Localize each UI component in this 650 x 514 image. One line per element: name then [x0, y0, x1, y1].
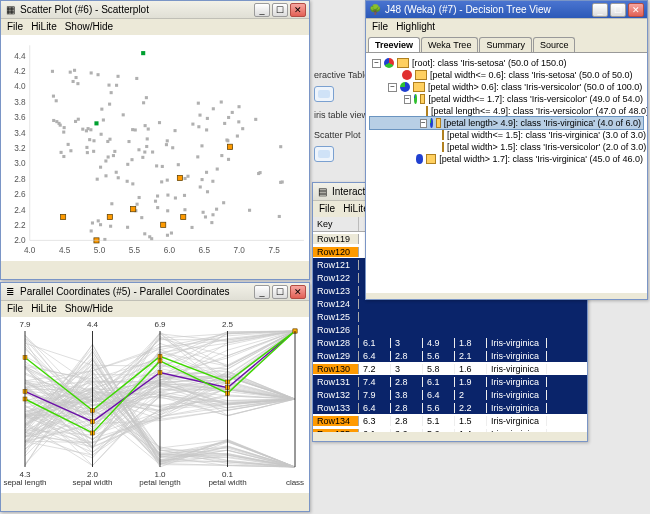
- bar-icon: [415, 70, 427, 80]
- pie-icon: [414, 94, 417, 104]
- svg-rect-116: [236, 134, 239, 137]
- scatter-plot-area[interactable]: 4.04.55.05.56.06.57.07.5 2.02.22.42.62.8…: [1, 35, 309, 261]
- svg-text:4.0: 4.0: [24, 246, 36, 255]
- tree-node[interactable]: [petal width> 1.5]: class 'Iris-versicol…: [370, 141, 643, 153]
- tree-toggle-icon[interactable]: −: [372, 59, 381, 68]
- maximize-button[interactable]: ☐: [272, 285, 288, 299]
- tab-summary[interactable]: Summary: [479, 37, 532, 52]
- menu-hilite[interactable]: HiLite: [31, 21, 57, 33]
- tab-treeview[interactable]: Treeview: [368, 37, 420, 52]
- svg-rect-49: [62, 131, 65, 134]
- svg-rect-4: [74, 120, 77, 123]
- svg-text:2.4: 2.4: [14, 206, 26, 215]
- menu-file[interactable]: File: [319, 203, 335, 215]
- maximize-button[interactable]: ☐: [610, 3, 626, 17]
- tree-node-label: [petal width> 1.5]: class 'Iris-versicol…: [447, 142, 646, 152]
- tree-node[interactable]: −[petal length> 4.9]: class 'Iris-virgin…: [370, 117, 643, 129]
- svg-rect-132: [220, 154, 223, 157]
- table-row[interactable]: Row1336.42.85.62.2Iris-virginica: [313, 401, 587, 414]
- svg-rect-147: [248, 209, 251, 212]
- minimize-button[interactable]: _: [254, 3, 270, 17]
- menu-showhide[interactable]: Show/Hide: [65, 303, 113, 315]
- svg-rect-27: [85, 146, 88, 149]
- side-label-table-view: iris table view: [314, 110, 368, 120]
- table-row[interactable]: Row1296.42.85.62.1Iris-virginica: [313, 349, 587, 362]
- dt-titlebar[interactable]: 🌳 J48 (Weka) (#7) - Decision Tree View _…: [366, 1, 647, 19]
- row-key: Row126: [313, 325, 359, 335]
- menu-file[interactable]: File: [7, 21, 23, 33]
- svg-rect-135: [141, 156, 144, 159]
- close-button[interactable]: ✕: [290, 3, 306, 17]
- bar-icon: [397, 58, 409, 68]
- bar-icon: [442, 142, 444, 152]
- menu-file[interactable]: File: [372, 21, 388, 33]
- minimize-button[interactable]: _: [254, 285, 270, 299]
- table-row[interactable]: Row1286.134.91.8Iris-virginica: [313, 336, 587, 349]
- close-button[interactable]: ✕: [290, 285, 306, 299]
- svg-rect-125: [191, 123, 194, 126]
- tree-toggle-icon[interactable]: −: [388, 83, 397, 92]
- svg-rect-96: [150, 237, 153, 240]
- tree-toggle-icon[interactable]: −: [404, 95, 411, 104]
- parallel-coords-window: ≣ Parallel Coordinates (#5) - Parallel C…: [0, 282, 310, 512]
- svg-rect-51: [92, 150, 95, 153]
- row-key: Row124: [313, 299, 359, 309]
- close-button[interactable]: ✕: [628, 3, 644, 17]
- svg-rect-134: [151, 150, 154, 153]
- menu-showhide[interactable]: Show/Hide: [65, 21, 113, 33]
- tree-toggle-icon[interactable]: −: [420, 119, 427, 128]
- tree-node[interactable]: −[root]: class 'Iris-setosa' (50.0 of 15…: [370, 57, 643, 69]
- menu-file[interactable]: File: [7, 303, 23, 315]
- svg-rect-55: [99, 223, 102, 226]
- table-row[interactable]: Row126: [313, 323, 587, 336]
- table-row[interactable]: Row1317.42.86.11.9Iris-virginica: [313, 375, 587, 388]
- svg-rect-37: [102, 118, 105, 121]
- svg-rect-8: [110, 91, 113, 94]
- table-row[interactable]: Row1346.32.85.11.5Iris-virginica: [313, 414, 587, 427]
- minimize-button[interactable]: _: [592, 3, 608, 17]
- svg-rect-5: [67, 143, 70, 146]
- dt-treeview[interactable]: −[root]: class 'Iris-setosa' (50.0 of 15…: [366, 53, 647, 293]
- svg-rect-38: [59, 124, 62, 127]
- bar-icon: [436, 118, 441, 128]
- svg-rect-137: [281, 180, 284, 183]
- pc-titlebar[interactable]: ≣ Parallel Coordinates (#5) - Parallel C…: [1, 283, 309, 301]
- scatter-titlebar[interactable]: ▦ Scatter Plot (#6) - Scatterplot _ ☐ ✕: [1, 1, 309, 19]
- menu-hilite[interactable]: HiLite: [31, 303, 57, 315]
- table-row[interactable]: Row1356.12.65.61.4Iris-virginica: [313, 427, 587, 432]
- pc-plot-area[interactable]: 7.94.46.92.5 4.32.01.00.1 sepal lengthse…: [1, 317, 309, 493]
- workflow-node-icon[interactable]: [314, 86, 334, 104]
- tree-node[interactable]: [petal width<= 1.5]: class 'Iris-virgini…: [370, 129, 643, 141]
- table-row[interactable]: Row1327.93.86.42Iris-virginica: [313, 388, 587, 401]
- svg-text:2.8: 2.8: [14, 175, 26, 184]
- dt-tabs: TreeviewWeka TreeSummarySource: [366, 35, 647, 53]
- tree-node[interactable]: −[petal width> 0.6]: class 'Iris-versico…: [370, 81, 643, 93]
- svg-rect-120: [198, 114, 201, 117]
- svg-rect-45: [81, 128, 84, 131]
- svg-rect-109: [158, 121, 161, 124]
- svg-rect-130: [227, 116, 230, 119]
- svg-rect-92: [110, 202, 113, 205]
- bar-icon: [426, 154, 436, 164]
- maximize-button[interactable]: ☐: [272, 3, 288, 17]
- row-key: Row128: [313, 338, 359, 348]
- row-key: Row133: [313, 403, 359, 413]
- svg-text:petal width: petal width: [208, 478, 246, 487]
- tab-source[interactable]: Source: [533, 37, 576, 52]
- menu-highlight[interactable]: Highlight: [396, 21, 435, 33]
- svg-rect-26: [96, 73, 99, 76]
- svg-rect-83: [166, 209, 169, 212]
- table-row[interactable]: Row1307.235.81.6Iris-virginica: [313, 362, 587, 375]
- tree-node[interactable]: [petal width> 1.7]: class 'Iris-virginic…: [370, 153, 643, 165]
- svg-rect-110: [201, 178, 204, 181]
- svg-rect-106: [237, 105, 240, 108]
- tree-node[interactable]: −[petal width<= 1.7]: class 'Iris-versic…: [370, 93, 643, 105]
- tree-node[interactable]: [petal length<= 4.9]: class 'Iris-versic…: [370, 105, 643, 117]
- tree-node[interactable]: [petal width<= 0.6]: class 'Iris-setosa'…: [370, 69, 643, 81]
- table-row[interactable]: Row125: [313, 310, 587, 323]
- svg-rect-3: [131, 128, 134, 131]
- workflow-node-icon[interactable]: [314, 146, 334, 164]
- col-key[interactable]: Key: [313, 217, 359, 231]
- svg-text:6.0: 6.0: [164, 246, 176, 255]
- tab-weka-tree[interactable]: Weka Tree: [421, 37, 478, 52]
